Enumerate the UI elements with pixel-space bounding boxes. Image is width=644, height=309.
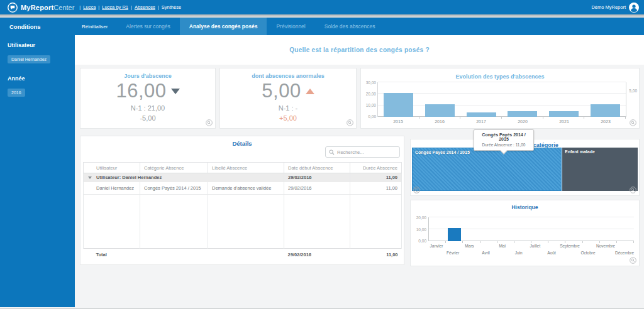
page-question-title: Quelle est la répartition des congés pos… — [289, 46, 430, 53]
bar-series — [378, 82, 626, 117]
tooltip-title: Congés Payés 2014 / 2015 — [477, 133, 531, 141]
breadcrumb-link-lucca-by-r1[interactable]: Lucca by R1 — [102, 4, 128, 10]
evolution-chart-panel: Evolution des types d'abscences 30,00 20… — [360, 68, 640, 129]
tab-analyse-des-conges-poses[interactable]: Analyse des congés posés — [180, 18, 267, 35]
tooltip-value: Durée Abscence : 11,00 — [477, 143, 531, 147]
breadcrumb: | Lucca | Lucca by R1 | Absences | Synth… — [79, 4, 181, 10]
x-axis-labels: 2015 2016 2017 2020 2021 2023 — [377, 119, 626, 124]
x-axis-label: Juin — [511, 251, 527, 266]
treemap-block-enfant-malade[interactable]: Enfant malade — [562, 148, 638, 191]
filter-utilisateur: Utilisateur Daniel Hernandez — [8, 42, 67, 63]
historique-chart-plot: 20,00 10,00 0,00 — [428, 217, 634, 241]
user-avatar-icon — [629, 3, 639, 13]
myreport-center-app: MyReport Center | Lucca | Lucca by R1 | … — [0, 0, 644, 309]
x-axis-label: 2016 — [419, 119, 460, 124]
top-header-bar: MyReport Center | Lucca | Lucca by R1 | … — [0, 0, 644, 14]
kpi-previous-year: N-1 : 21,00 — [131, 104, 165, 112]
filter-value-chip[interactable]: Daniel Hernandez — [8, 55, 50, 63]
reset-filters-button[interactable]: Réinitialiser — [82, 24, 108, 30]
cell-categorie: Congés Payés 2014 / 2015 — [140, 182, 208, 195]
trend-up-icon — [306, 89, 314, 94]
column-header[interactable]: Utilisateur — [84, 163, 140, 173]
breadcrumb-link-lucca[interactable]: Lucca — [83, 4, 96, 10]
x-axis-label: Janvier — [428, 244, 445, 259]
y-axis-tick: 0,00 — [362, 114, 376, 119]
tabs: Alertes sur congés Analyse des congés po… — [116, 18, 384, 35]
group-date: 29/02/2016 — [284, 173, 350, 182]
zoom-widget-icon[interactable] — [206, 119, 213, 126]
cell-duree: 11,00 — [350, 182, 402, 195]
reset-zoom-icon[interactable] — [413, 187, 420, 193]
collapse-caret-icon[interactable] — [88, 176, 92, 179]
y-axis-tick: 10,00 — [362, 103, 376, 107]
details-table: Utilisateur Catégorie Absence Libellé Ab… — [83, 162, 402, 261]
evolution-chart-plot: 30,00 20,00 10,00 0,00 — [377, 82, 626, 117]
search-icon — [329, 149, 335, 155]
column-header[interactable]: Libellé Abscence — [208, 163, 284, 173]
group-row[interactable]: Utilisateur: Daniel Hernandez 29/02/2016… — [84, 173, 402, 182]
user-menu[interactable]: Démo MyReport — [591, 3, 639, 13]
x-axis-label: Avril — [477, 251, 494, 266]
chart-tooltip: Congés Payés 2014 / 2015 Durée Abscence … — [474, 129, 534, 151]
kpi-abscences-anormales: dont abscences anormales 5,00 N-1 : - +5… — [219, 68, 357, 129]
bar-2023[interactable] — [591, 104, 620, 117]
group-label: Utilisateur: Daniel Hernandez — [96, 175, 162, 180]
bar-2016[interactable] — [425, 104, 455, 117]
tab-alertes-sur-conges[interactable]: Alertes sur congés — [116, 18, 179, 35]
x-axis-label: Février — [445, 251, 461, 266]
breadcrumb-separator: | — [79, 4, 80, 10]
zoom-widget-icon[interactable] — [347, 119, 353, 126]
breadcrumb-separator: | — [131, 4, 132, 10]
kpi-title: Jours d'abscence — [124, 73, 172, 79]
column-header[interactable]: Catégorie Absence — [140, 163, 208, 173]
x-axis-label: 2023 — [585, 119, 626, 124]
x-axis-label: Septembre — [560, 244, 580, 259]
filter-label: Utilisateur — [8, 42, 67, 48]
x-axis-label: Mai — [494, 244, 511, 259]
filter-value-chip[interactable]: 2016 — [8, 89, 25, 97]
zoom-widget-icon[interactable] — [630, 257, 636, 264]
column-header[interactable]: Durée Abscence — [350, 163, 402, 173]
kpi-delta: -5,00 — [140, 114, 155, 122]
tab-previsionnel[interactable]: Prévisionnel — [267, 18, 314, 35]
x-axis-label: 2015 — [377, 119, 419, 124]
user-name: Démo MyReport — [591, 4, 626, 10]
zoom-widget-icon[interactable] — [630, 119, 636, 126]
brand-suffix: Center — [53, 4, 74, 11]
breadcrumb-link-absences[interactable]: Absences — [135, 4, 155, 10]
column-header[interactable]: Date début Abscence — [284, 163, 350, 173]
filter-label: Année — [8, 75, 67, 82]
x-axis-labels: Janvier Février Mars Avril Mai Juin Juil… — [428, 244, 634, 259]
chart-title: Evolution des types d'abscences — [361, 73, 639, 80]
bar-2020[interactable] — [508, 111, 537, 117]
x-axis-label: Août — [543, 251, 560, 266]
bar-series — [429, 217, 634, 241]
tab-solde-des-abscences[interactable]: Solde des abscences — [315, 18, 385, 35]
total-duration: 11,00 — [350, 249, 402, 261]
treemap-block-conges-payes[interactable]: Congés Payés 2014 / 2015 — [412, 148, 562, 191]
bar-2015[interactable] — [384, 93, 413, 117]
chart-title: Historique — [411, 204, 639, 210]
kpi-jours-dabscence: Jours d'abscence 16,00 N-1 : 21,00 -5,00 — [80, 68, 216, 129]
total-date: 29/02/2016 — [284, 249, 350, 261]
search-input[interactable] — [337, 149, 396, 155]
bar-fevrier[interactable] — [448, 228, 461, 241]
breadcrumb-separator: | — [98, 4, 99, 10]
kpi-title: dont abscences anormales — [252, 73, 325, 79]
bar-2021[interactable] — [549, 111, 579, 117]
table-row[interactable]: Daniel Hernandez Congés Payés 2014 / 201… — [84, 182, 402, 195]
treemap-block-label: Congés Payés 2014 / 2015 — [415, 150, 470, 154]
bar-2017[interactable] — [467, 112, 496, 117]
total-label: Total — [84, 249, 140, 261]
y-axis-tick: 0,00 — [413, 239, 426, 243]
treemap-blocks: Congés Payés 2014 / 2015 Enfant malade — [412, 148, 638, 191]
cell-libelle: Demande d'absence validée — [208, 182, 284, 195]
filter-annee: Année 2016 — [8, 75, 67, 97]
y-axis-tick: 30,00 — [362, 80, 376, 85]
zoom-widget-icon[interactable] — [630, 187, 636, 193]
conditions-panel-header: Conditions — [9, 23, 75, 30]
x-axis-label: Mars — [461, 244, 477, 259]
table-header-row: Utilisateur Catégorie Absence Libellé Ab… — [84, 163, 402, 173]
x-axis-label: 2020 — [502, 119, 543, 124]
kpi-value: 5,00 — [262, 80, 301, 102]
